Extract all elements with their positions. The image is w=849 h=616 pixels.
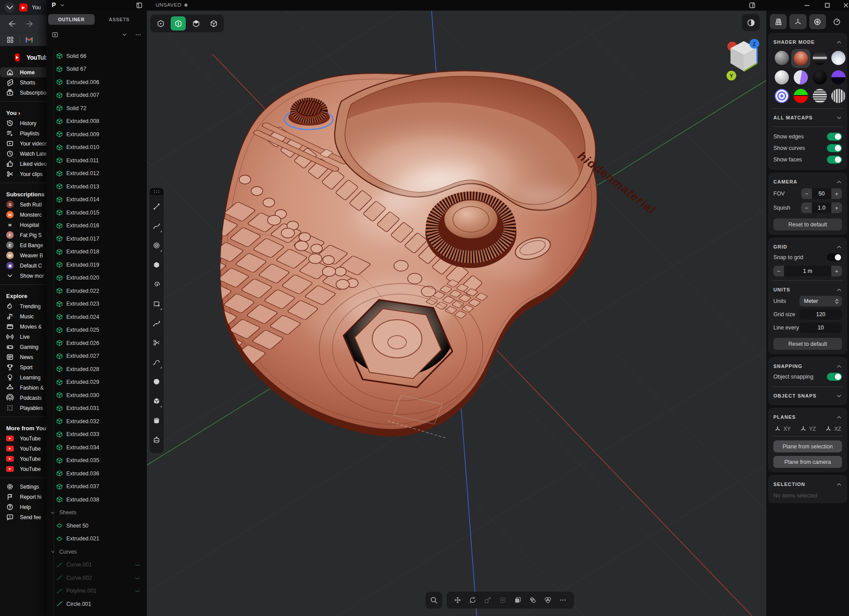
outliner-item[interactable]: Extruded.020 [46, 272, 147, 285]
fillet-button[interactable] [525, 593, 540, 608]
sidebar-item-news[interactable]: News [0, 352, 46, 362]
palette-drag-handle[interactable] [149, 188, 164, 195]
more-button[interactable] [555, 593, 570, 608]
outliner-group-curves[interactable]: Curves [46, 545, 147, 559]
outliner-item[interactable]: Extruded.037 [46, 480, 147, 494]
outliner-more-icon[interactable] [135, 31, 142, 38]
viewport-3d[interactable]: hiddenmaterial Z Y [147, 11, 766, 616]
outliner-item[interactable]: Extruded.034 [46, 441, 147, 454]
viewport-display-toggle-button[interactable] [742, 14, 760, 31]
eye-closed-icon[interactable] [134, 562, 141, 568]
matcap-red-clay[interactable] [792, 50, 810, 67]
matcap-dark-chrome[interactable] [811, 50, 828, 66]
forward-icon[interactable] [26, 19, 34, 28]
units-header[interactable]: UNITS [773, 285, 842, 295]
sidebar-item-youtube[interactable]: YouTube [0, 464, 46, 474]
sidebar-item-help[interactable]: Help [0, 502, 46, 512]
sidebar-item-your-clips[interactable]: Your clips [0, 169, 46, 179]
outliner-item[interactable]: Extruded.023 [46, 298, 147, 311]
outliner-item[interactable]: Extruded.025 [46, 324, 147, 337]
show-edges-toggle[interactable] [827, 133, 842, 141]
sidebar-item-playlists[interactable]: Playlists [0, 128, 46, 138]
sidebar-section-title[interactable]: You › [0, 105, 46, 118]
units-dropdown[interactable]: Meter [799, 296, 842, 306]
outliner-item[interactable]: Extruded.011 [46, 154, 147, 167]
matcap-v-stripes[interactable] [830, 88, 847, 104]
sidebar-item-gaming[interactable]: Gaming [0, 342, 46, 352]
sidebar-item-youtube[interactable]: YouTube [0, 454, 46, 464]
sidebar-item-report-hi[interactable]: Report hi [0, 492, 46, 502]
camera-header[interactable]: CAMERA [773, 177, 842, 187]
outliner-item[interactable]: Extruded.015 [46, 206, 147, 219]
apps-grid-icon[interactable] [6, 36, 14, 44]
grid-header[interactable]: GRID [773, 242, 842, 252]
outliner-item[interactable]: Extruded.010 [46, 141, 147, 154]
planes-header[interactable]: PLANES [773, 412, 842, 422]
box-tool-button[interactable] [149, 391, 164, 411]
outliner-item[interactable]: Extruded.027 [46, 350, 147, 363]
sidebar-item-learning[interactable]: Learning [0, 372, 46, 383]
maximize-button[interactable] [824, 2, 831, 9]
snap-to-grid-toggle[interactable] [827, 253, 842, 261]
matcap-purple-split[interactable] [792, 69, 809, 86]
toggle-right-panel-icon[interactable] [749, 2, 756, 9]
outliner-item[interactable]: Extruded.038 [46, 493, 147, 506]
outliner-item[interactable]: Extruded.016 [46, 219, 147, 233]
sidebar-item-movies-[interactable]: Movies & [0, 321, 46, 332]
outliner-item[interactable]: Extruded.031 [46, 402, 147, 415]
line-tool-button[interactable] [149, 197, 164, 216]
outliner-item[interactable]: Solid 67 [46, 63, 147, 76]
model-3d[interactable]: hiddenmaterial [147, 71, 658, 438]
sidebar-item-live[interactable]: Live [0, 332, 46, 342]
trim-tool-button[interactable] [149, 333, 164, 352]
squish-value[interactable]: 1.0 [812, 205, 831, 211]
youtube-logo-icon[interactable] [15, 54, 19, 61]
edge-mode-button[interactable] [171, 16, 186, 31]
sidebar-item-shorts[interactable]: Shorts [0, 77, 46, 88]
sidebar-item-history[interactable]: History [0, 118, 46, 128]
plane-from-selection-button[interactable]: Plane from selection [773, 440, 842, 452]
control-point-curve-tool-button[interactable] [149, 314, 164, 333]
app-menu-chevron-icon[interactable] [60, 3, 65, 8]
outliner-item[interactable]: Extruded.013 [46, 180, 147, 193]
face-mode-button[interactable] [188, 16, 203, 31]
matcap-black[interactable] [811, 69, 828, 86]
youtube-logo-text[interactable]: YouTube [27, 54, 46, 61]
matcap-h-stripes[interactable] [811, 88, 828, 104]
line-every-field[interactable]: 10 [799, 322, 842, 333]
outliner-item[interactable]: Curve.001 [46, 559, 147, 572]
eye-closed-icon[interactable] [134, 575, 141, 581]
sidebar-item-settings[interactable]: Settings [0, 482, 46, 492]
outliner-item[interactable]: Extruded.033 [46, 428, 147, 441]
tab-outliner[interactable]: OUTLINER [48, 14, 95, 25]
sidebar-item-default-c[interactable]: ▣Default C [0, 260, 46, 271]
outliner-item[interactable]: Circle.001 [46, 597, 147, 611]
outliner-item[interactable]: Extruded.019 [46, 258, 147, 272]
tab-clock-tab[interactable] [829, 14, 845, 29]
outliner-item[interactable]: Extruded.007 [46, 89, 147, 102]
grid-size-value[interactable]: 1 m [784, 268, 831, 274]
sidebar-item-youtube[interactable]: YouTube [0, 433, 46, 444]
outliner-item[interactable]: Extruded.018 [46, 245, 147, 259]
sidebar-item-trending[interactable]: Trending [0, 301, 46, 311]
outliner-item[interactable]: Extruded.006 [46, 76, 147, 89]
outliner-item[interactable]: Sheet 50 [46, 519, 147, 532]
outliner-item[interactable]: Extruded.036 [46, 467, 147, 480]
close-button[interactable] [842, 2, 849, 9]
sidebar-item-hospital[interactable]: HHospital [0, 220, 46, 230]
outliner-item[interactable]: Solid 72 [46, 102, 147, 115]
scale-button[interactable] [480, 593, 495, 608]
object-snapping-toggle[interactable] [827, 373, 842, 381]
boolean-button[interactable] [540, 593, 555, 608]
sidebar-item-podcasts[interactable]: Podcasts [0, 393, 46, 403]
outliner-item[interactable]: Extruded.035 [46, 454, 147, 467]
sidebar-item-weaver-b[interactable]: WWeaver B [0, 250, 46, 260]
spiral-tool-button[interactable] [149, 275, 164, 294]
shader-mode-header[interactable]: SHADER MODE [773, 37, 842, 47]
matcap-green-red[interactable] [792, 88, 809, 104]
back-icon[interactable] [7, 19, 16, 28]
outliner-item[interactable]: Extruded.012 [46, 167, 147, 180]
solid-mode-button[interactable] [206, 16, 221, 31]
outliner-group-sheets[interactable]: Sheets [46, 506, 147, 520]
matcap-purple-dome[interactable] [830, 69, 847, 86]
